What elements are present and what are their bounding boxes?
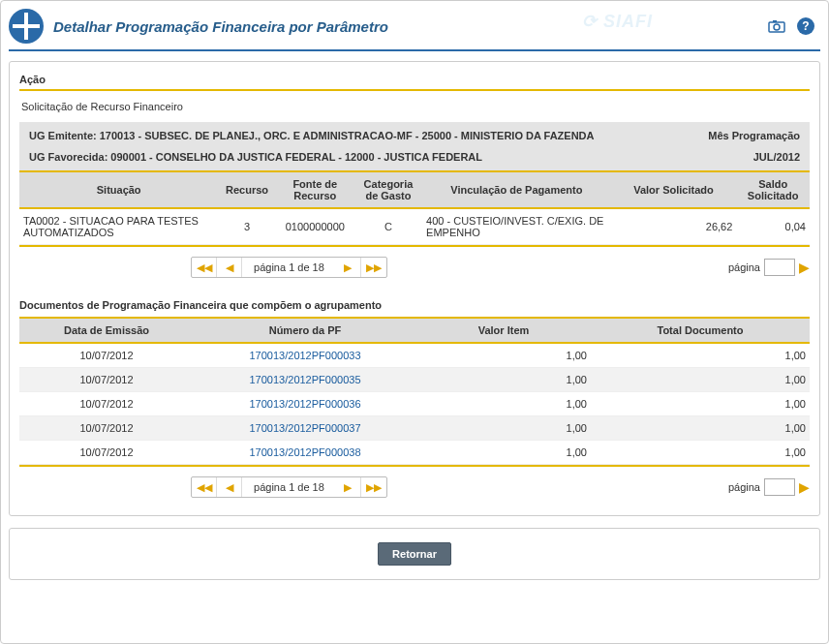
col-vinculacao: Vinculação de Pagamento [422, 172, 611, 208]
cell-recurso: 3 [218, 208, 275, 245]
table-row: TA0002 - SITUACAO PARA TESTES AUTOMATIZA… [19, 208, 810, 245]
cell-data-emissao: 10/07/2012 [19, 368, 194, 392]
mes-programacao-label: Mês Programação [708, 130, 800, 141]
cell-numero-pf[interactable]: 170013/2012PF000033 [194, 343, 416, 368]
pager1-last-icon[interactable]: ▶▶ [361, 257, 386, 278]
cell-data-emissao: 10/07/2012 [19, 441, 194, 465]
col-valor-solicitado: Valor Solicitado [611, 172, 737, 208]
table-row: 10/07/2012170013/2012PF0000361,001,00 [19, 392, 810, 416]
pager1-prev-icon[interactable]: ◀ [217, 257, 242, 278]
solicitacao-table: Situação Recurso Fonte de Recurso Catego… [19, 172, 810, 245]
action-section-title: Ação [19, 70, 810, 91]
cell-total-documento: 1,00 [591, 441, 810, 465]
cell-saldo-solicitado: 0,04 [736, 208, 810, 245]
cell-total-documento: 1,00 [591, 392, 810, 416]
ug-emitente-label: UG Emitente: 170013 - SUBSEC. DE PLANEJ.… [29, 130, 595, 141]
table-row: 10/07/2012170013/2012PF0000351,001,00 [19, 368, 810, 392]
page-title: Detalhar Programação Financeira por Parâ… [53, 18, 768, 35]
cell-valor-item: 1,00 [416, 343, 591, 368]
col-fonte: Fonte de Recurso [276, 172, 354, 208]
cell-data-emissao: 10/07/2012 [19, 416, 194, 441]
action-text: Solicitação de Recurso Financeiro [19, 95, 810, 122]
col-categoria: Categoria de Gasto [354, 172, 422, 208]
cell-vinculacao: 400 - CUSTEIO/INVEST. C/EXIG. DE EMPENHO [422, 208, 611, 245]
col-data-emissao: Data de Emissão [19, 319, 194, 343]
cell-numero-pf[interactable]: 170013/2012PF000037 [194, 416, 416, 441]
pager2-text: página 1 de 18 [242, 481, 336, 493]
retornar-button[interactable]: Retornar [378, 542, 451, 566]
cell-numero-pf[interactable]: 170013/2012PF000038 [194, 441, 416, 465]
pager1-next-icon[interactable]: ▶ [336, 257, 361, 278]
cell-fonte: 0100000000 [276, 208, 354, 245]
col-total-documento: Total Documento [591, 319, 810, 343]
table-row: 10/07/2012170013/2012PF0000371,001,00 [19, 416, 810, 441]
docs-section-title: Documentos de Programação Financeira que… [19, 291, 810, 319]
pager1-jump-label: página [728, 261, 760, 273]
cell-data-emissao: 10/07/2012 [19, 343, 194, 368]
col-numero-pf: Número da PF [194, 319, 416, 343]
col-saldo-solicitado: Saldo Solicitado [736, 172, 810, 208]
table-row: 10/07/2012170013/2012PF0000381,001,00 [19, 441, 810, 465]
cell-data-emissao: 10/07/2012 [19, 392, 194, 416]
pager2-go-icon[interactable]: ▶ [799, 479, 810, 495]
cell-situacao: TA0002 - SITUACAO PARA TESTES AUTOMATIZA… [19, 208, 218, 245]
cell-total-documento: 1,00 [591, 416, 810, 441]
col-valor-item: Valor Item [416, 319, 591, 343]
cell-numero-pf[interactable]: 170013/2012PF000036 [194, 392, 416, 416]
app-logo [9, 9, 44, 44]
pager2-jump-input[interactable] [764, 478, 795, 496]
col-situacao: Situação [19, 172, 218, 208]
svg-rect-2 [773, 20, 777, 22]
pager1-first-icon[interactable]: ◀◀ [192, 257, 217, 278]
cell-valor-item: 1,00 [416, 416, 591, 441]
camera-icon[interactable] [768, 17, 785, 35]
pager2-first-icon[interactable]: ◀◀ [192, 476, 217, 498]
col-recurso: Recurso [218, 172, 275, 208]
docs-table: Data de Emissão Número da PF Valor Item … [19, 319, 810, 465]
cell-valor-item: 1,00 [416, 392, 591, 416]
pager1-text: página 1 de 18 [242, 261, 336, 273]
pager2-jump-label: página [728, 481, 760, 493]
pager1-go-icon[interactable]: ▶ [799, 260, 810, 275]
cell-valor-solicitado: 26,62 [611, 208, 737, 245]
mes-programacao-value: JUL/2012 [753, 151, 800, 163]
pager2-next-icon[interactable]: ▶ [336, 476, 361, 498]
pager2-prev-icon[interactable]: ◀ [217, 476, 242, 498]
cell-total-documento: 1,00 [591, 343, 810, 368]
pager2-last-icon[interactable]: ▶▶ [361, 476, 386, 498]
pager1-jump-input[interactable] [764, 259, 795, 276]
cell-total-documento: 1,00 [591, 368, 810, 392]
cell-categoria: C [354, 208, 422, 245]
svg-point-1 [774, 24, 780, 30]
ug-favorecida-label: UG Favorecida: 090001 - CONSELHO DA JUST… [29, 151, 482, 163]
cell-valor-item: 1,00 [416, 441, 591, 465]
cell-numero-pf[interactable]: 170013/2012PF000035 [194, 368, 416, 392]
help-icon[interactable]: ? [797, 17, 814, 35]
table-row: 10/07/2012170013/2012PF0000331,001,00 [19, 343, 810, 368]
cell-valor-item: 1,00 [416, 368, 591, 392]
